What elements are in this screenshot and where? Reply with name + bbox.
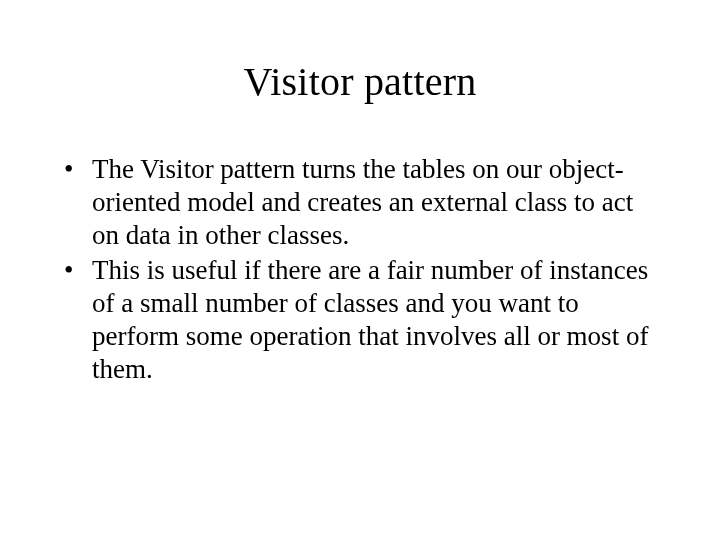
list-item: This is useful if there are a fair numbe…	[56, 254, 664, 386]
bullet-list: The Visitor pattern turns the tables on …	[56, 153, 664, 386]
slide-body: The Visitor pattern turns the tables on …	[0, 153, 720, 386]
list-item: The Visitor pattern turns the tables on …	[56, 153, 664, 252]
slide-title: Visitor pattern	[0, 0, 720, 153]
slide: Visitor pattern The Visitor pattern turn…	[0, 0, 720, 540]
